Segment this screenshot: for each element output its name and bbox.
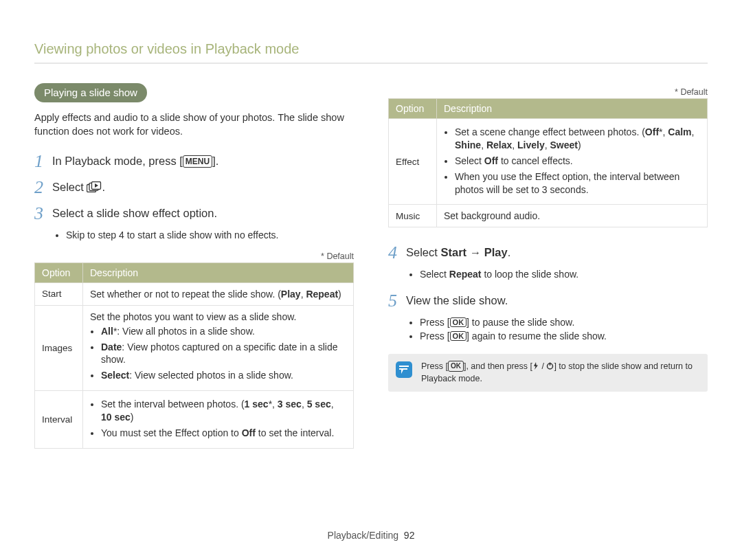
step-number-5: 5	[388, 291, 406, 310]
opt-images-desc: Set the photos you want to view as a sli…	[83, 305, 354, 391]
step-3-bullet: Skip to step 4 to start a slide show wit…	[54, 229, 354, 240]
opt-start-desc: Set whether or not to repeat the slide s…	[83, 282, 354, 305]
step-2-text: Select .	[52, 177, 105, 197]
step-4-bullet-1: Select Repeat to loop the slide show.	[420, 269, 708, 280]
opt-effect: Effect	[389, 119, 437, 205]
multi-slide-icon	[87, 181, 102, 197]
step-number-3: 3	[34, 203, 52, 223]
step-5-bullet-1: Press [OK] to pause the slide show.	[420, 317, 708, 328]
svg-marker-6	[534, 362, 538, 370]
step-3-bullet-item: Skip to step 4 to start a slide show wit…	[66, 229, 354, 240]
col-description-header: Description	[83, 262, 354, 282]
left-column: Playing a slide show Apply effects and a…	[34, 83, 354, 449]
page-number: 92	[404, 530, 415, 541]
flash-icon	[532, 362, 539, 370]
col-option-header-r: Option	[389, 99, 437, 119]
note-icon	[395, 361, 414, 383]
step-4-text: Select Start → Play.	[406, 243, 510, 260]
right-column: * Default Option Description Effect Set …	[388, 83, 708, 449]
step-3-text: Select a slide show effect option.	[52, 203, 217, 221]
options-table-left: Option Description Start Set whether or …	[34, 262, 354, 449]
ok-button-icon: OK	[448, 361, 464, 372]
step-5-bullet-2: Press [OK] again to resume the slide sho…	[420, 331, 708, 341]
opt-images: Images	[35, 305, 83, 391]
page-footer: Playback/Editing 92	[0, 530, 742, 541]
col-description-header-r: Description	[437, 99, 708, 119]
default-note-left: * Default	[34, 251, 354, 261]
menu-button-icon: MENU	[183, 155, 212, 168]
opt-effect-desc: Set a scene change effect between photos…	[437, 119, 708, 205]
step-number-1: 1	[34, 151, 52, 170]
power-icon	[546, 362, 554, 370]
ok-button-icon: OK	[450, 317, 467, 327]
step-number-4: 4	[388, 243, 406, 262]
step-4-bullets: Select Repeat to loop the slide show.	[407, 269, 708, 280]
default-note-right: * Default	[388, 87, 708, 97]
step-number-2: 2	[34, 177, 52, 197]
playing-slide-show-pill: Playing a slide show	[34, 83, 147, 102]
step-1-text: In Playback mode, press [MENU].	[52, 151, 218, 169]
opt-interval-desc: Set the interval between photos. (1 sec*…	[83, 391, 354, 449]
col-option-header: Option	[35, 262, 83, 282]
opt-music-desc: Set background audio.	[437, 205, 708, 227]
section-title: Viewing photos or videos in Playback mod…	[34, 41, 708, 64]
opt-interval: Interval	[35, 391, 83, 449]
options-table-right: Option Description Effect Set a scene ch…	[388, 98, 708, 227]
tip-text: Press [OK], and then press [ / ] to stop…	[421, 361, 698, 385]
ok-button-icon: OK	[450, 331, 467, 341]
tip-box: Press [OK], and then press [ / ] to stop…	[388, 354, 708, 392]
step-5-bullets: Press [OK] to pause the slide show. Pres…	[407, 317, 708, 341]
opt-start: Start	[35, 282, 83, 305]
svg-rect-5	[399, 366, 409, 367]
intro-text: Apply effects and audio to a slide show …	[34, 111, 354, 139]
opt-music: Music	[389, 205, 437, 227]
step-5-text: View the slide show.	[406, 291, 508, 309]
footer-section: Playback/Editing	[328, 530, 399, 541]
